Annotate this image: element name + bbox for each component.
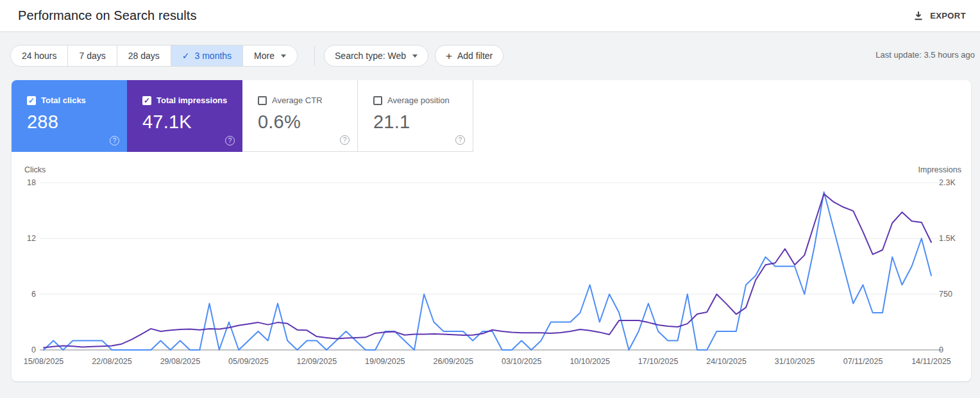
checkbox-total-impressions[interactable]: ✓: [142, 96, 151, 105]
metric-label: Average position: [387, 95, 450, 105]
svg-text:31/10/2025: 31/10/2025: [775, 357, 815, 366]
checkbox-average-position[interactable]: [373, 96, 382, 105]
checkbox-total-clicks[interactable]: ✓: [27, 96, 36, 105]
help-icon[interactable]: ?: [455, 135, 465, 145]
metric-label: Total clicks: [41, 95, 86, 105]
metric-label: Total impressions: [156, 95, 227, 105]
svg-text:Impressions: Impressions: [918, 165, 961, 174]
export-label: EXPORT: [930, 11, 966, 21]
chevron-down-icon: [281, 54, 286, 58]
svg-text:12: 12: [27, 234, 36, 243]
svg-text:1.5K: 1.5K: [939, 234, 956, 243]
plus-icon: +: [446, 51, 452, 62]
metric-card-average-ctr[interactable]: Average CTR 0.6% ?: [242, 80, 358, 152]
svg-text:18: 18: [27, 178, 36, 187]
svg-text:Clicks: Clicks: [24, 165, 46, 174]
page-title: Performance on Search results: [18, 8, 197, 23]
add-filter-button[interactable]: + Add filter: [435, 45, 503, 67]
performance-panel: ✓ Total clicks 288 ? ✓ Total impressions…: [12, 80, 971, 381]
date-range-selector: 24 hours 7 days 28 days ✓ 3 months More: [10, 45, 298, 67]
metric-value: 0.6%: [258, 112, 350, 133]
metric-value: 21.1: [373, 112, 465, 133]
date-range-24-hours[interactable]: 24 hours: [11, 46, 68, 66]
date-range-label: 28 days: [128, 51, 160, 61]
svg-text:29/08/2025: 29/08/2025: [160, 357, 201, 366]
date-range-7-days[interactable]: 7 days: [68, 46, 117, 66]
svg-text:12/09/2025: 12/09/2025: [297, 357, 337, 366]
vertical-divider: [314, 46, 315, 65]
svg-text:0: 0: [939, 345, 943, 354]
checkbox-average-ctr[interactable]: [258, 96, 267, 105]
help-icon[interactable]: ?: [225, 136, 235, 145]
svg-text:15/08/2025: 15/08/2025: [24, 357, 64, 366]
metric-card-total-impressions[interactable]: ✓ Total impressions 47.1K ?: [127, 80, 242, 152]
filter-bar: 24 hours 7 days 28 days ✓ 3 months More …: [10, 45, 970, 67]
page-header: Performance on Search results EXPORT: [0, 0, 980, 32]
search-type-dropdown[interactable]: Search type: Web: [324, 45, 428, 67]
chevron-down-icon: [412, 54, 418, 58]
svg-text:19/09/2025: 19/09/2025: [365, 357, 405, 366]
date-range-more-dropdown[interactable]: More: [243, 46, 297, 66]
search-type-label: Search type: Web: [335, 51, 406, 61]
svg-text:2.3K: 2.3K: [939, 178, 956, 187]
svg-text:07/11/2025: 07/11/2025: [843, 357, 883, 366]
add-filter-label: Add filter: [457, 51, 493, 61]
help-icon[interactable]: ?: [110, 136, 119, 145]
svg-text:750: 750: [939, 290, 952, 299]
performance-line-chart: 006750121.5K182.3KClicksImpressions15/08…: [12, 163, 971, 375]
svg-text:14/11/2025: 14/11/2025: [911, 357, 951, 366]
help-icon[interactable]: ?: [340, 135, 350, 145]
date-range-label: 7 days: [79, 51, 105, 61]
svg-text:26/09/2025: 26/09/2025: [433, 357, 473, 366]
download-icon: [913, 11, 924, 21]
date-range-label: More: [254, 51, 275, 61]
svg-text:05/09/2025: 05/09/2025: [228, 357, 269, 366]
metric-card-average-position[interactable]: Average position 21.1 ?: [358, 80, 473, 152]
metric-card-total-clicks[interactable]: ✓ Total clicks 288 ?: [12, 80, 127, 152]
svg-text:0: 0: [31, 345, 36, 354]
export-button[interactable]: EXPORT: [908, 7, 971, 25]
svg-text:22/08/2025: 22/08/2025: [92, 357, 132, 366]
date-range-3-months[interactable]: ✓ 3 months: [171, 46, 243, 66]
svg-text:24/10/2025: 24/10/2025: [706, 357, 747, 366]
svg-text:10/10/2025: 10/10/2025: [570, 357, 610, 366]
metric-cards-row: ✓ Total clicks 288 ? ✓ Total impressions…: [12, 80, 971, 152]
date-range-label: 3 months: [195, 51, 232, 61]
svg-text:03/10/2025: 03/10/2025: [502, 357, 542, 366]
last-update-text: Last update: 3.5 hours ago: [875, 50, 975, 60]
date-range-28-days[interactable]: 28 days: [117, 46, 171, 66]
metric-value: 47.1K: [142, 112, 235, 133]
metric-label: Average CTR: [272, 95, 323, 105]
metric-value: 288: [27, 112, 119, 133]
chart-area: 006750121.5K182.3KClicksImpressions15/08…: [12, 152, 971, 377]
checkmark-icon: ✓: [182, 51, 190, 61]
svg-text:17/10/2025: 17/10/2025: [638, 357, 679, 366]
svg-text:6: 6: [31, 290, 36, 299]
date-range-label: 24 hours: [22, 51, 56, 61]
